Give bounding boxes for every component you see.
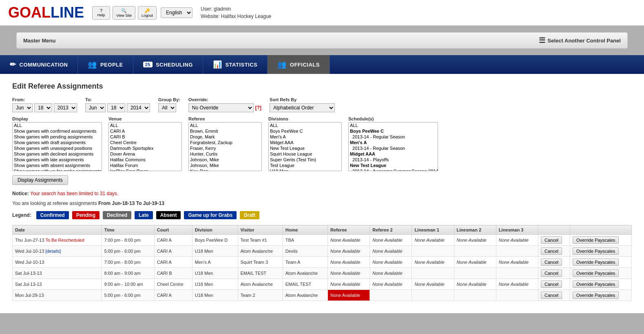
from-day-select[interactable]: 18 [34, 103, 52, 112]
col-linesman3: Linesman 3 [496, 225, 538, 235]
venue-listbox[interactable]: ALL CARI A CARI B Cheel Centre Dartmouth… [108, 122, 182, 171]
cell-time: 7:00 pm - 8:00 pm [102, 235, 154, 246]
to-day-select[interactable]: 18 [107, 103, 125, 112]
cancel-button[interactable]: Cancel [541, 269, 562, 277]
nav-bar: ✏ COMMUNICATION 👥 PEOPLE 25 SCHEDULING 📊… [0, 55, 644, 74]
col-home: Home [283, 225, 328, 235]
col-linesman1: Linesman 1 [412, 225, 454, 235]
legend-row: Legend: Confirmed Pending Declined Late … [12, 211, 632, 219]
cancel-button[interactable]: Cancel [541, 258, 562, 266]
view-site-button[interactable]: 🔍View Site [113, 6, 135, 20]
cell-visitor: Atom Avalanche [238, 279, 283, 290]
schedules-listbox[interactable]: ALL Boys PeeWee C 2013-14 - Regular Seas… [348, 122, 438, 171]
to-label: To: [85, 97, 150, 102]
cell-court: Cheel Centre [154, 279, 192, 290]
from-year-select[interactable]: 2013 [54, 103, 77, 112]
details-link[interactable]: [details] [45, 249, 61, 254]
schedules-group: Schedule(s) ALL Boys PeeWee C 2013-14 - … [348, 116, 438, 171]
group-by-select[interactable]: All [158, 103, 176, 112]
cell-visitor: EMAIL TEST [238, 268, 283, 279]
cell-home: Atom Avalanche [283, 268, 328, 279]
rescheduled-link[interactable]: To Be Rescheduled [45, 238, 84, 243]
cell-linesman3: None Available [496, 235, 538, 246]
cancel-button[interactable]: Cancel [541, 281, 562, 288]
cancel-button[interactable]: Cancel [541, 236, 562, 244]
override-filter: Override: No Override [?] [188, 97, 261, 112]
table-row: Thu Jun-27-13 To Be Rescheduled 7:00 pm … [13, 235, 632, 246]
from-inputs: Jun 18 2013 [12, 103, 77, 112]
divisions-listbox[interactable]: ALL Boys PeeWee C Men's A Midget AAA New… [268, 122, 342, 171]
display-listbox[interactable]: ALL Show games with confirmed assignment… [12, 122, 102, 171]
cell-cancel: Cancel [538, 290, 570, 301]
language-select[interactable]: English [161, 7, 193, 18]
group-by-label: Group By: [158, 97, 180, 102]
master-menu-label[interactable]: Master Menu [23, 38, 55, 44]
cancel-button[interactable]: Cancel [541, 292, 562, 299]
user-info: User: gladmin Website: Halifax Hockey Le… [201, 5, 271, 20]
nav-officials[interactable]: 👥 OFFICIALS [268, 55, 330, 74]
cell-cancel: Cancel [538, 279, 570, 290]
sort-refs-inputs: Alphabetical Order [270, 103, 335, 112]
override-payscales-button[interactable]: Override Payscales [573, 281, 619, 288]
cell-court: CARI A [154, 257, 192, 268]
help-button[interactable]: ?Help [92, 6, 110, 20]
display-assignments-button[interactable]: Display Assignments [12, 175, 68, 185]
referee-listbox[interactable]: ALL Brown, Emmit Droge, Mark Forgrabstes… [188, 122, 262, 171]
table-row: Wed Jul-10-13 7:00 pm - 8:00 pm CARI A M… [13, 257, 632, 268]
assignments-table: Date Time Court Division Visitor Home Re… [12, 225, 632, 301]
page-title: Edit Referee Assignments [12, 82, 632, 91]
nav-statistics[interactable]: 📊 STATISTICS [203, 55, 268, 74]
cell-linesman1 [412, 246, 454, 257]
nav-people[interactable]: 👥 PEOPLE [78, 55, 133, 74]
cell-override: Override Payscales [570, 279, 631, 290]
cell-linesman1 [412, 268, 454, 279]
select-panel-button[interactable]: ☰ Select Another Control Panel [539, 36, 621, 45]
from-label: From: [12, 97, 77, 102]
override-help-icon[interactable]: [?] [255, 105, 261, 111]
override-payscales-button[interactable]: Override Payscales [573, 247, 619, 255]
legend-declined: Declined [103, 211, 131, 219]
date-range-bold: From Jun-18-13 To Jul-19-13 [98, 200, 164, 206]
cell-referee2: None Available [370, 257, 412, 268]
select-panel-label: Select Another Control Panel [548, 38, 621, 44]
cancel-button[interactable]: Cancel [541, 247, 562, 255]
cell-time: 8:00 am - 9:00 am [102, 268, 154, 279]
cell-cancel: Cancel [538, 246, 570, 257]
cell-date: Sat Jul-13-13 [13, 268, 102, 279]
cell-override: Override Payscales [570, 290, 631, 301]
cell-time: 5:00 pm - 6:00 pm [102, 246, 154, 257]
to-month-select[interactable]: Jun [85, 103, 106, 112]
cell-linesman1: None Available [412, 235, 454, 246]
cell-linesman2 [454, 290, 496, 301]
col-action2 [570, 225, 631, 235]
group-by-inputs: All [158, 103, 180, 112]
divisions-group: Divisions ALL Boys PeeWee C Men's A Midg… [268, 116, 342, 171]
nav-statistics-label: STATISTICS [225, 62, 257, 68]
sort-refs-select[interactable]: Alphabetical Order [270, 103, 335, 112]
listbox-row: Display ALL Show games with confirmed as… [12, 116, 632, 171]
hamburger-icon: ☰ [539, 36, 545, 45]
referee-group: Referee ALL Brown, Emmit Droge, Mark For… [188, 116, 262, 171]
cell-division: U18 Men [192, 268, 238, 279]
to-year-select[interactable]: 2014 [127, 103, 150, 112]
override-payscales-button[interactable]: Override Payscales [573, 236, 619, 244]
nav-communication[interactable]: ✏ COMMUNICATION [0, 55, 78, 74]
nav-officials-label: OFFICIALS [290, 62, 320, 68]
cell-linesman2 [454, 268, 496, 279]
cell-linesman3: None Available [496, 257, 538, 268]
from-month-select[interactable]: Jun [12, 103, 33, 112]
nav-scheduling[interactable]: 25 SCHEDULING [133, 55, 203, 74]
override-payscales-button[interactable]: Override Payscales [573, 258, 619, 266]
override-payscales-button[interactable]: Override Payscales [573, 292, 619, 299]
cell-linesman3: None Available [496, 279, 538, 290]
header: GOAL LINE ?Help 🔍View Site 🔑Logout Engli… [0, 0, 644, 26]
override-select[interactable]: No Override [188, 103, 254, 112]
override-payscales-button[interactable]: Override Payscales [573, 269, 619, 277]
from-filter: From: Jun 18 2013 [12, 97, 77, 112]
officials-icon: 👥 [277, 60, 287, 69]
cell-referee2: None Available [370, 268, 412, 279]
logout-button[interactable]: 🔑Logout [138, 6, 157, 20]
cell-visitor: Atom Avalanche [238, 246, 283, 257]
legend-draft: Draft [240, 211, 259, 219]
cell-court: CARI A [154, 246, 192, 257]
